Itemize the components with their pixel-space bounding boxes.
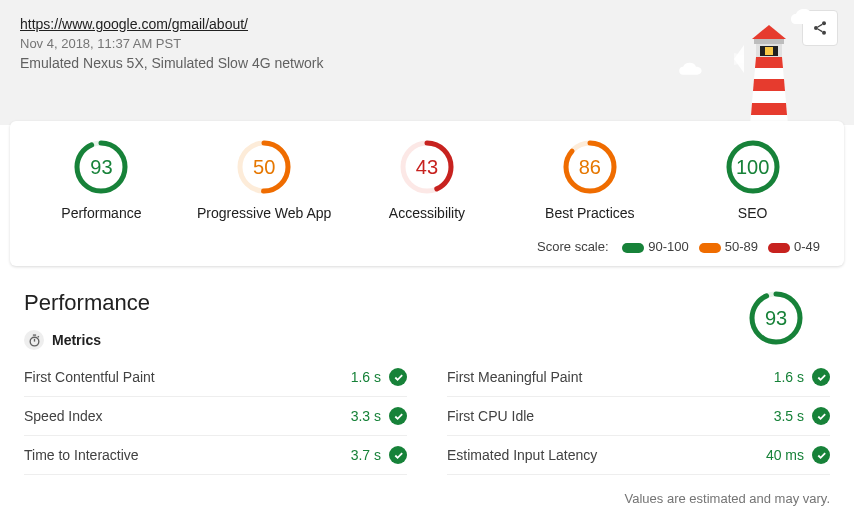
- score-label: Progressive Web App: [183, 205, 346, 221]
- svg-rect-9: [765, 47, 773, 55]
- report-timestamp: Nov 4, 2018, 11:37 AM PST: [20, 36, 834, 51]
- score-value: 43: [416, 156, 438, 179]
- score-gauge: 86: [562, 139, 618, 195]
- score-item-performance[interactable]: 93 Performance: [20, 139, 183, 221]
- metric-name: Time to Interactive: [24, 447, 351, 463]
- score-gauge: 93: [73, 139, 129, 195]
- performance-title: Performance: [24, 290, 830, 316]
- metric-value: 40 ms: [766, 447, 804, 463]
- metric-row[interactable]: First Meaningful Paint 1.6 s: [447, 358, 830, 397]
- metric-value: 1.6 s: [774, 369, 804, 385]
- check-icon: [812, 368, 830, 386]
- scale-range-text: 0-49: [794, 239, 820, 254]
- svg-rect-6: [754, 39, 784, 44]
- svg-marker-7: [752, 25, 786, 39]
- score-value: 86: [579, 156, 601, 179]
- check-icon: [812, 407, 830, 425]
- metric-row[interactable]: Speed Index 3.3 s: [24, 397, 407, 436]
- scale-pill: [699, 243, 721, 253]
- metric-name: First Contentful Paint: [24, 369, 351, 385]
- metric-name: First CPU Idle: [447, 408, 774, 424]
- scale-range-text: 90-100: [648, 239, 688, 254]
- score-item-best-practices[interactable]: 86 Best Practices: [508, 139, 671, 221]
- score-label: SEO: [671, 205, 834, 221]
- metrics-label: Metrics: [52, 332, 101, 348]
- metric-value: 3.7 s: [351, 447, 381, 463]
- svg-point-2: [822, 31, 826, 35]
- scale-pill: [768, 243, 790, 253]
- score-item-progressive-web-app[interactable]: 50 Progressive Web App: [183, 139, 346, 221]
- scale-pill: [622, 243, 644, 253]
- metric-name: Estimated Input Latency: [447, 447, 766, 463]
- metric-name: First Meaningful Paint: [447, 369, 774, 385]
- score-value: 100: [736, 156, 769, 179]
- score-gauge: 100: [725, 139, 781, 195]
- score-value: 50: [253, 156, 275, 179]
- metric-value: 3.3 s: [351, 408, 381, 424]
- check-icon: [389, 446, 407, 464]
- score-gauge: 50: [236, 139, 292, 195]
- metric-row[interactable]: Estimated Input Latency 40 ms: [447, 436, 830, 475]
- svg-marker-4: [734, 35, 744, 83]
- check-icon: [389, 407, 407, 425]
- metric-name: Speed Index: [24, 408, 351, 424]
- metrics-header[interactable]: Metrics: [24, 330, 830, 350]
- cloud-decoration: [678, 62, 714, 78]
- score-value: 93: [90, 156, 112, 179]
- performance-section: Performance 93 Metrics First Contentful …: [0, 270, 854, 481]
- score-scale-label: Score scale:: [537, 239, 609, 254]
- score-gauge: 43: [399, 139, 455, 195]
- lighthouse-illustration: [734, 25, 804, 125]
- report-header: https://www.google.com/gmail/about/ Nov …: [0, 0, 854, 125]
- score-item-seo[interactable]: 100 SEO: [671, 139, 834, 221]
- stopwatch-icon: [24, 330, 44, 350]
- score-scale: Score scale: 90-10050-890-49: [10, 221, 844, 254]
- scores-card: 93 Performance 50 Progressive Web App 43…: [10, 121, 844, 266]
- score-item-accessibility[interactable]: 43 Accessibility: [346, 139, 509, 221]
- score-label: Performance: [20, 205, 183, 221]
- metric-row[interactable]: First CPU Idle 3.5 s: [447, 397, 830, 436]
- scale-range-text: 50-89: [725, 239, 758, 254]
- check-icon: [812, 446, 830, 464]
- metrics-footnote: Values are estimated and may vary.: [0, 481, 854, 512]
- report-url-link[interactable]: https://www.google.com/gmail/about/: [20, 16, 248, 32]
- check-icon: [389, 368, 407, 386]
- performance-score-value: 93: [765, 307, 787, 330]
- score-label: Best Practices: [508, 205, 671, 221]
- metric-value: 3.5 s: [774, 408, 804, 424]
- performance-score-gauge: 93: [748, 290, 804, 346]
- metric-value: 1.6 s: [351, 369, 381, 385]
- metric-row[interactable]: Time to Interactive 3.7 s: [24, 436, 407, 475]
- metric-row[interactable]: First Contentful Paint 1.6 s: [24, 358, 407, 397]
- score-label: Accessibility: [346, 205, 509, 221]
